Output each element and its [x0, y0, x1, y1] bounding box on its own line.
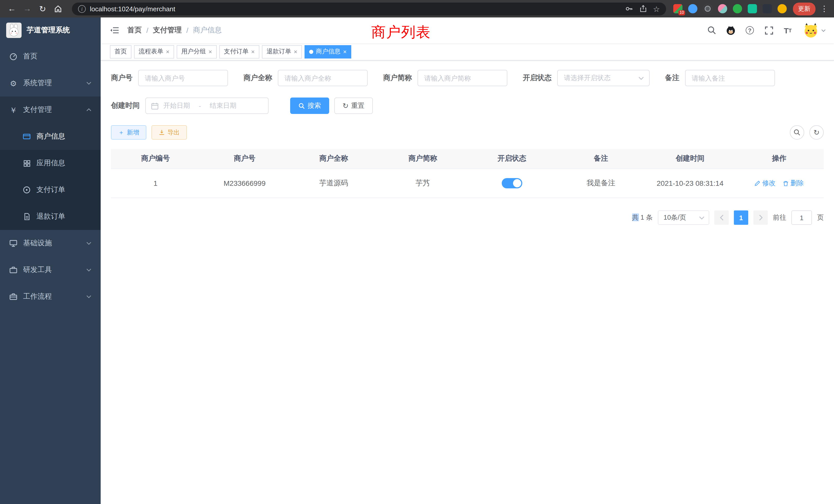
extension-icon-dark-circle[interactable] [703, 4, 712, 13]
tab-pay-order[interactable]: 支付订单 × [219, 45, 259, 58]
chevron-left-icon [719, 214, 724, 221]
date-separator: - [199, 102, 201, 110]
trash-icon [783, 180, 789, 187]
browser-update-button[interactable]: 更新 [793, 2, 815, 15]
address-bar[interactable]: i localhost:1024/pay/merchant ☆ [72, 2, 666, 15]
fullscreen-icon[interactable] [763, 25, 774, 36]
extension-icon-orange-avatar[interactable] [777, 4, 787, 13]
sidebar-item-dev-tools[interactable]: 研发工具 [0, 257, 101, 283]
full-name-input[interactable] [278, 70, 368, 86]
cell-status [467, 169, 556, 198]
refresh-table-button[interactable]: ↻ [809, 125, 824, 140]
next-page-button[interactable] [753, 210, 768, 225]
bookmark-star-icon[interactable]: ☆ [653, 5, 660, 13]
chevron-down-icon [638, 76, 644, 80]
reset-button-label: 重置 [351, 101, 364, 110]
short-name-input[interactable] [418, 70, 507, 86]
browser-home-icon[interactable] [51, 2, 65, 16]
grid-icon [23, 159, 31, 167]
table-header-row: 商户编号 商户号 商户全称 商户简称 开启状态 备注 创建时间 操作 [111, 149, 824, 169]
share-icon[interactable] [639, 5, 647, 13]
breadcrumb: 首页 / 支付管理 / 商户信息 [127, 26, 222, 35]
close-icon[interactable]: × [208, 48, 212, 55]
close-icon[interactable]: × [251, 48, 255, 55]
extension-icon-dark-square[interactable] [763, 4, 772, 13]
sidebar-item-home[interactable]: 首页 [0, 43, 101, 70]
tab-home[interactable]: 首页 [110, 45, 131, 58]
tab-label: 退款订单 [266, 47, 291, 56]
status-toggle[interactable] [502, 178, 522, 188]
password-key-icon[interactable] [625, 5, 633, 13]
extension-icon-green-circle[interactable] [733, 4, 742, 13]
sidebar-item-pay-order[interactable]: 支付订单 [0, 177, 101, 203]
font-size-icon[interactable]: TT [782, 25, 793, 36]
breadcrumb-payment[interactable]: 支付管理 [153, 26, 182, 35]
plus-icon: ＋ [118, 128, 124, 137]
briefcase-icon [9, 293, 18, 301]
status-select[interactable]: 请选择开启状态 [557, 70, 650, 86]
table-toolbar: ＋ 新增 导出 ↻ [111, 125, 824, 140]
tab-label: 流程表单 [139, 47, 163, 56]
reset-button[interactable]: ↻ 重置 [334, 97, 373, 114]
github-icon[interactable] [725, 25, 737, 36]
user-avatar-menu[interactable] [803, 23, 826, 38]
export-button[interactable]: 导出 [152, 125, 187, 140]
close-icon[interactable]: × [166, 48, 170, 55]
tab-process-form[interactable]: 流程表单 × [134, 45, 174, 58]
browser-reload-icon[interactable]: ↻ [36, 2, 49, 16]
search-button[interactable]: 搜索 [290, 97, 329, 114]
screen: ← → ↻ i localhost:1024/pay/merchant ☆ 10 [0, 0, 834, 504]
goto-label: 前往 [773, 213, 786, 222]
close-icon[interactable]: × [294, 48, 297, 55]
edit-link[interactable]: 修改 [755, 179, 776, 188]
sidebar-item-system[interactable]: ⚙ 系统管理 [0, 70, 101, 96]
browser-back-icon[interactable]: ← [5, 2, 19, 16]
cell-full-name: 芋道源码 [289, 169, 378, 198]
remark-input[interactable] [685, 70, 775, 86]
prev-page-button[interactable] [714, 210, 729, 225]
create-time-range-picker[interactable]: 开始日期 - 结束日期 [145, 97, 269, 114]
sidebar-item-merchant-info[interactable]: 商户信息 [0, 123, 101, 150]
extension-icon-avatar[interactable] [718, 4, 727, 13]
browser-menu-icon[interactable]: ⋮ [820, 4, 829, 13]
extension-icon-blue-drop[interactable] [688, 4, 697, 13]
url-text[interactable]: localhost:1024/pay/merchant [90, 5, 175, 13]
tab-refund-order[interactable]: 退款订单 × [262, 45, 302, 58]
add-button[interactable]: ＋ 新增 [111, 125, 146, 140]
delete-link[interactable]: 删除 [783, 179, 804, 188]
goto-page-input[interactable] [791, 210, 812, 225]
sidebar-item-payment[interactable]: ￥ 支付管理 [0, 96, 101, 123]
toggle-search-button[interactable] [790, 125, 804, 140]
search-icon[interactable] [706, 25, 718, 36]
sidebar-item-infrastructure[interactable]: 基础设施 [0, 230, 101, 257]
status-label: 开启状态 [523, 73, 552, 83]
gear-icon: ⚙ [9, 79, 18, 87]
chevron-up-icon [86, 108, 91, 112]
page-size-select[interactable]: 10条/页 [658, 210, 709, 225]
extension-icon-green-square[interactable] [748, 4, 757, 13]
sidebar-item-app-info[interactable]: 应用信息 [0, 150, 101, 177]
status-placeholder: 请选择开启状态 [564, 73, 638, 83]
merchant-no-input[interactable] [138, 70, 228, 86]
browser-toolbar: ← → ↻ i localhost:1024/pay/merchant ☆ 10 [0, 0, 834, 18]
sidebar-logo[interactable]: 芋道管理系统 [0, 18, 101, 43]
help-icon[interactable]: ? [744, 25, 755, 36]
navbar-tools: ? TT [706, 23, 826, 38]
sidebar-item-workflow[interactable]: 工作流程 [0, 283, 101, 310]
close-icon[interactable]: × [343, 48, 347, 55]
sidebar-toggle-icon[interactable] [109, 25, 120, 36]
tab-merchant-info[interactable]: 商户信息 × [305, 45, 351, 58]
tab-user-group[interactable]: 用户分组 × [177, 45, 217, 58]
site-info-icon[interactable]: i [78, 5, 86, 13]
cell-create-time: 2021-10-23 08:31:14 [645, 169, 734, 198]
extension-badge: 10 [678, 10, 685, 16]
sidebar-item-refund-order[interactable]: 退款订单 [0, 203, 101, 230]
total-count: 1 [639, 213, 646, 221]
col-header: 创建时间 [645, 149, 734, 168]
browser-forward-icon[interactable]: → [21, 2, 34, 16]
breadcrumb-home[interactable]: 首页 [127, 26, 142, 35]
page-number-1[interactable]: 1 [734, 210, 748, 225]
sidebar-item-label: 支付管理 [23, 105, 52, 114]
extension-icon-grid[interactable]: 10 [673, 4, 682, 13]
col-header: 备注 [556, 149, 645, 168]
